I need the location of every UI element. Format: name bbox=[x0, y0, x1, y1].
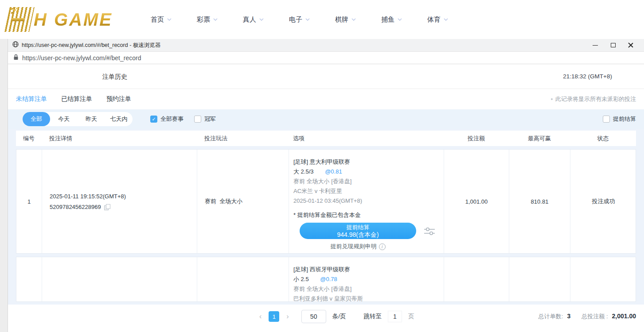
match-time: 2025-01-12 03:45(GMT+8) bbox=[293, 196, 444, 206]
champion-checkbox[interactable]: 冠军 bbox=[194, 115, 216, 123]
site-logo[interactable]: H GAME bbox=[7, 5, 113, 34]
next-page-icon[interactable]: › bbox=[285, 313, 289, 320]
sliders-icon[interactable] bbox=[423, 226, 436, 236]
all-events-label: 全部赛事 bbox=[160, 115, 183, 123]
odds-value[interactable]: @0.81 bbox=[325, 168, 342, 175]
globe-icon bbox=[12, 41, 19, 49]
play-type-cell bbox=[197, 257, 289, 302]
current-page-button[interactable]: 1 bbox=[269, 311, 279, 322]
status-text bbox=[570, 257, 636, 302]
nav-label: 棋牌 bbox=[335, 15, 348, 24]
date-range-group: 全部 今天 昨天 七天内 bbox=[23, 112, 133, 126]
total-count: 3 bbox=[567, 313, 570, 320]
chevron-down-icon bbox=[444, 18, 448, 21]
info-icon[interactable] bbox=[379, 243, 386, 250]
jump-page-input[interactable] bbox=[388, 311, 402, 322]
cashout-button[interactable]: 提前结算 944.98(含本金) bbox=[300, 223, 416, 239]
league-name: [足球] 意大利甲级联赛 bbox=[293, 157, 444, 167]
browser-titlebar[interactable]: https://user-pc-new.jylywl.com/#/bet_rec… bbox=[8, 39, 644, 52]
nav-label: 电子 bbox=[289, 15, 302, 24]
jump-unit: 页 bbox=[408, 313, 414, 320]
site-header: H GAME 首页 彩票 真人 电子 棋牌 捕鱼 体育 bbox=[0, 0, 644, 39]
tab-reserved[interactable]: 预约注单 bbox=[106, 95, 131, 103]
early-settlement-checkbox[interactable]: 提前结算 bbox=[603, 115, 636, 123]
range-yesterday-pill[interactable]: 昨天 bbox=[78, 112, 105, 126]
bet-amount bbox=[444, 257, 509, 302]
copy-icon[interactable] bbox=[104, 204, 110, 210]
nav-label: 首页 bbox=[151, 15, 164, 24]
browser-window: https://user-pc-new.jylywl.com/#/bet_rec… bbox=[8, 39, 644, 332]
cashout-label: 提前结算 bbox=[347, 224, 370, 231]
nav-item-sports[interactable]: 体育 bbox=[427, 15, 448, 24]
col-status: 状态 bbox=[570, 135, 636, 143]
col-option: 选项 bbox=[289, 135, 444, 143]
col-maxwin: 最高可赢 bbox=[509, 135, 570, 143]
row-no bbox=[16, 257, 42, 302]
option-cell: [足球] 意大利甲级联赛 大 2.5/3 @0.81 赛前 全场大小 [香港盘]… bbox=[289, 150, 444, 253]
range-today-pill[interactable]: 今天 bbox=[50, 112, 78, 126]
window-title: https://user-pc-new.jylywl.com/#/bet_rec… bbox=[22, 42, 160, 49]
bet-detail-cell bbox=[42, 257, 197, 302]
total-amount-label: 总投注额 : bbox=[582, 313, 608, 320]
window-controls bbox=[589, 40, 640, 50]
match-teams: 巴利亚多利德 v 皇家贝蒂斯 bbox=[293, 294, 444, 302]
jump-label: 跳转至 bbox=[363, 313, 382, 320]
market-info: 赛前 全场大小 [香港盘] bbox=[293, 284, 444, 294]
bet-time: 2025-01-11 19:15:52(GMT+8) bbox=[50, 193, 197, 200]
champion-label: 冠军 bbox=[204, 115, 216, 123]
nav-label: 真人 bbox=[243, 15, 256, 24]
table-row: [足球] 西班牙甲级联赛 小 2.5 @0.78 赛前 全场大小 [香港盘] 巴… bbox=[16, 257, 636, 302]
main-nav: 首页 彩票 真人 电子 棋牌 捕鱼 体育 bbox=[151, 0, 448, 39]
record-note: 此记录将显示所有未派彩的投注 bbox=[551, 95, 636, 103]
page-header: 注单历史 21:18:32 (GMT+8) bbox=[8, 64, 644, 89]
range-all-pill[interactable]: 全部 bbox=[23, 112, 50, 126]
nav-label: 捕鱼 bbox=[381, 15, 394, 24]
nav-label: 体育 bbox=[427, 15, 441, 24]
desktop-background bbox=[0, 39, 8, 332]
col-no: 编号 bbox=[16, 135, 42, 143]
chevron-down-icon bbox=[351, 18, 356, 21]
close-button[interactable] bbox=[624, 40, 637, 50]
play-type-cell: 赛前 全场大小 bbox=[197, 150, 289, 253]
nav-item-home[interactable]: 首页 bbox=[151, 15, 172, 24]
minimize-icon bbox=[593, 45, 598, 46]
pagination-bar: ‹ 1 › 条/页 跳转至 页 总计单数: 3 总投注额 : 2,001.00 bbox=[8, 305, 644, 332]
option-cell: [足球] 西班牙甲级联赛 小 2.5 @0.78 赛前 全场大小 [香港盘] 巴… bbox=[289, 257, 444, 302]
tab-unsettled[interactable]: 未结算注单 bbox=[16, 95, 47, 103]
nav-item-fishing[interactable]: 捕鱼 bbox=[381, 15, 402, 24]
col-amount: 投注额 bbox=[444, 135, 509, 143]
per-page-input[interactable] bbox=[301, 310, 326, 323]
pick-name: 小 2.5 bbox=[293, 276, 309, 282]
maximize-button[interactable] bbox=[607, 40, 619, 50]
all-events-checkbox[interactable]: 全部赛事 bbox=[150, 115, 183, 123]
max-win bbox=[509, 257, 570, 302]
bullet-icon bbox=[551, 98, 553, 100]
lock-icon bbox=[13, 54, 19, 62]
nav-label: 彩票 bbox=[197, 15, 210, 24]
pagination-controls: ‹ 1 › 条/页 跳转至 页 bbox=[258, 310, 414, 323]
nav-item-board[interactable]: 棋牌 bbox=[335, 15, 356, 24]
minimize-button[interactable] bbox=[589, 40, 601, 50]
nav-item-live[interactable]: 真人 bbox=[243, 15, 264, 24]
record-note-text: 此记录将显示所有未派彩的投注 bbox=[555, 95, 636, 103]
logo-text: H GAME bbox=[34, 10, 113, 30]
checkbox-unchecked-icon bbox=[194, 116, 201, 123]
nav-item-slots[interactable]: 电子 bbox=[289, 15, 310, 24]
total-amount: 2,001.00 bbox=[612, 313, 636, 320]
nav-item-lottery[interactable]: 彩票 bbox=[197, 15, 218, 24]
league-name: [足球] 西班牙甲级联赛 bbox=[293, 265, 444, 274]
total-count-label: 总计单数: bbox=[539, 313, 563, 320]
table-row: 1 2025-01-11 19:15:52(GMT+8) 52097824562… bbox=[16, 149, 636, 254]
cashout-rule-link[interactable]: 提前兑现规则申明 bbox=[300, 243, 416, 251]
max-win: 810.81 bbox=[509, 150, 570, 253]
table-header-row: 编号 投注详情 投注玩法 选项 投注额 最高可赢 状态 bbox=[16, 131, 636, 146]
url-text: https://user-pc-new.jylywl.com/#/bet_rec… bbox=[22, 54, 141, 62]
close-icon bbox=[628, 42, 633, 48]
odds-value[interactable]: @0.78 bbox=[320, 276, 337, 282]
prev-page-icon[interactable]: ‹ bbox=[258, 313, 262, 320]
market-info: 赛前 全场大小 [香港盘] bbox=[293, 177, 444, 186]
browser-urlbar[interactable]: https://user-pc-new.jylywl.com/#/bet_rec… bbox=[8, 52, 644, 64]
tabs-row: 未结算注单 已结算注单 预约注单 此记录将显示所有未派彩的投注 bbox=[8, 89, 644, 109]
range-7days-pill[interactable]: 七天内 bbox=[105, 112, 133, 126]
tab-settled[interactable]: 已结算注单 bbox=[61, 95, 92, 103]
